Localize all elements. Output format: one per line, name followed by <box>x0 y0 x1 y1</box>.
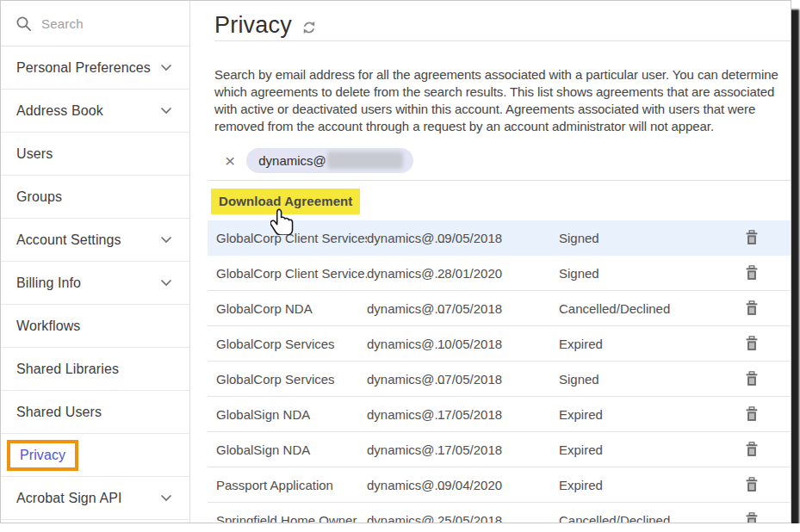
sidebar-item-label: Groups <box>16 189 62 205</box>
agreement-status: Cancelled/Declined <box>559 301 713 316</box>
agreement-email: dynamics@... <box>367 478 437 492</box>
delete-agreement-button[interactable] <box>743 475 760 494</box>
delete-agreement-button[interactable] <box>743 510 760 523</box>
delete-agreement-button[interactable] <box>743 405 760 424</box>
delete-agreement-button[interactable] <box>743 299 760 318</box>
sidebar-item-label: Workflows <box>16 319 80 334</box>
agreement-row[interactable]: GlobalSign NDA dynamics@... 17/05/2018 E… <box>208 397 791 432</box>
trash-icon <box>745 442 759 457</box>
agreement-status: Expired <box>559 407 713 422</box>
sidebar-item[interactable]: Users <box>1 133 189 176</box>
agreement-name: GlobalSign NDA <box>208 442 367 457</box>
agreement-date: 07/05/2018 <box>437 372 559 387</box>
privacy-description: Search by email address for all the agre… <box>214 66 791 135</box>
agreement-name: Passport Application <box>208 478 367 492</box>
agreement-name: GlobalCorp Services <box>208 372 367 387</box>
refresh-icon[interactable] <box>301 20 317 35</box>
chevron-down-icon <box>160 107 172 114</box>
screenshot-frame: Personal Preferences Address Book <box>0 0 791 523</box>
download-agreement-button[interactable]: Download Agreement <box>211 189 360 214</box>
trash-icon <box>745 230 759 245</box>
sidebar-item[interactable]: Shared Libraries <box>1 348 189 391</box>
trash-icon <box>745 265 759 281</box>
sidebar-item[interactable]: Acrobat Sign API <box>1 477 189 520</box>
agreement-email: dynamics@... <box>367 407 437 422</box>
sidebar-item[interactable]: Workflows <box>1 305 189 348</box>
agreement-name: GlobalSign NDA <box>208 407 367 422</box>
agreement-status: Cancelled/Declined <box>559 513 713 524</box>
agreement-row[interactable]: Passport Application dynamics@... 09/04/… <box>208 467 791 503</box>
trash-icon <box>745 477 759 492</box>
page-title: Privacy <box>214 12 292 39</box>
delete-agreement-button[interactable] <box>743 334 760 353</box>
agreement-date: 09/05/2018 <box>437 231 559 245</box>
search-divider <box>208 180 791 181</box>
agreement-date: 17/05/2018 <box>437 442 559 457</box>
sidebar-item-label: Privacy <box>7 440 78 471</box>
sidebar-item[interactable]: Shared Users <box>1 391 189 434</box>
agreement-email: dynamics@... <box>367 337 437 351</box>
agreement-status: Expired <box>559 337 713 351</box>
delete-agreement-button[interactable] <box>743 228 760 247</box>
agreement-name: Springfield Home Owner... <box>208 513 367 524</box>
delete-agreement-button[interactable] <box>743 369 760 388</box>
delete-agreement-button[interactable] <box>743 263 760 282</box>
sidebar-item[interactable]: Account Settings <box>1 219 189 262</box>
trash-icon <box>745 300 759 316</box>
sidebar-item[interactable]: Address Book <box>1 90 189 133</box>
agreement-row[interactable]: GlobalCorp Client Services dynamics@... … <box>208 220 791 256</box>
sidebar-item-label: Billing Info <box>16 275 81 291</box>
delete-agreement-button[interactable] <box>743 440 760 459</box>
agreement-row[interactable]: GlobalCorp Services dynamics@... 07/05/2… <box>208 362 791 397</box>
agreement-email: dynamics@... <box>367 266 437 281</box>
agreement-status: Signed <box>559 372 713 387</box>
sidebar-item[interactable]: Privacy <box>1 434 189 477</box>
chevron-down-icon <box>160 279 172 287</box>
agreement-name: GlobalCorp NDA <box>208 301 367 316</box>
sidebar-nav: Personal Preferences Address Book <box>1 46 189 520</box>
redacted-text <box>327 152 403 169</box>
sidebar-item-label: Account Settings <box>16 232 121 248</box>
email-search-value: dynamics@ <box>258 153 326 168</box>
agreement-row[interactable]: GlobalCorp NDA dynamics@... 07/05/2018 C… <box>208 291 791 326</box>
agreement-email: dynamics@... <box>367 513 437 524</box>
sidebar-item-label: Users <box>16 146 53 162</box>
agreement-date: 10/05/2018 <box>437 337 559 351</box>
sidebar-item[interactable]: Groups <box>1 176 189 219</box>
agreement-date: 28/01/2020 <box>437 266 559 281</box>
settings-sidebar: Personal Preferences Address Book <box>1 1 190 523</box>
sidebar-item[interactable]: Personal Preferences <box>1 46 189 90</box>
agreement-date: 25/05/2018 <box>437 513 559 524</box>
agreement-status: Expired <box>559 478 713 492</box>
privacy-panel: Privacy Search by email address for all … <box>191 1 791 523</box>
trash-icon <box>745 371 759 387</box>
sidebar-item-label: Shared Users <box>16 405 102 420</box>
agreement-row[interactable]: GlobalCorp Services dynamics@... 10/05/2… <box>208 326 791 362</box>
sidebar-item-label: Shared Libraries <box>16 362 119 377</box>
agreement-name: GlobalCorp Client Service... <box>208 266 367 281</box>
agreement-row[interactable]: Springfield Home Owner... dynamics@... 2… <box>208 503 791 523</box>
search-icon <box>16 15 32 32</box>
agreement-date: 17/05/2018 <box>437 407 559 422</box>
agreement-name: GlobalCorp Client Services <box>208 231 367 245</box>
agreement-status: Signed <box>559 266 713 281</box>
clear-search-icon[interactable]: × <box>225 152 235 170</box>
sidebar-item-label: Acrobat Sign API <box>16 491 122 506</box>
sidebar-item-label: Address Book <box>16 103 103 119</box>
agreement-row[interactable]: GlobalSign NDA dynamics@... 17/05/2018 E… <box>208 432 791 467</box>
trash-icon <box>745 512 759 523</box>
agreement-row[interactable]: GlobalCorp Client Service... dynamics@..… <box>208 256 791 291</box>
agreement-name: GlobalCorp Services <box>208 337 367 351</box>
search-input[interactable] <box>41 16 171 31</box>
trash-icon <box>745 406 759 422</box>
email-search-pill[interactable]: dynamics@ <box>246 148 413 173</box>
chevron-down-icon <box>160 494 172 502</box>
agreement-status: Signed <box>559 231 713 245</box>
agreement-email: dynamics@... <box>367 301 437 316</box>
agreement-date: 07/05/2018 <box>437 301 559 316</box>
sidebar-item[interactable]: Billing Info <box>1 262 189 305</box>
agreements-table: GlobalCorp Client Services dynamics@... … <box>208 220 791 523</box>
agreement-email: dynamics@... <box>367 442 437 457</box>
trash-icon <box>745 336 759 351</box>
sidebar-item-label: Personal Preferences <box>16 60 151 76</box>
